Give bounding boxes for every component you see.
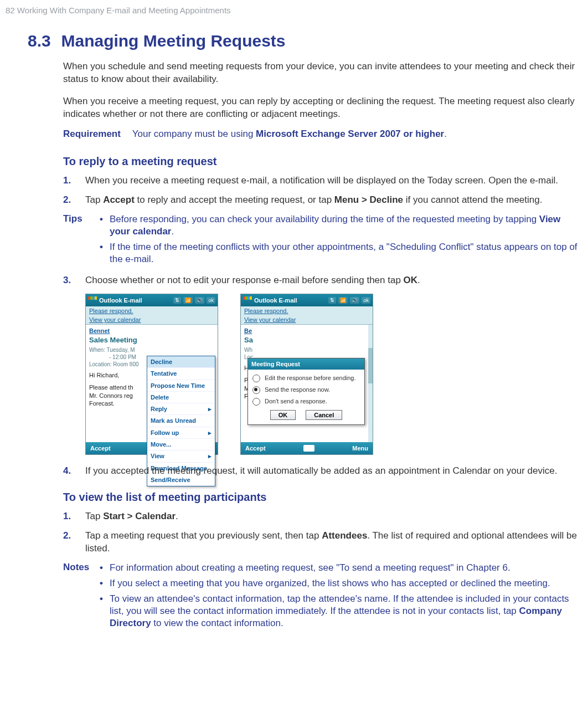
tips-block: Tips Before responding, you can check yo… bbox=[63, 213, 580, 269]
windows-flag-icon bbox=[243, 296, 252, 304]
scrollbar[interactable] bbox=[368, 325, 373, 442]
view-calendar-link[interactable]: View your calendar bbox=[86, 315, 218, 324]
ok-button[interactable]: ok bbox=[207, 297, 215, 304]
section-heading: 8.3 Managing Meeting Requests bbox=[28, 32, 580, 50]
radio-option-dont-send[interactable]: Don't send a response. bbox=[252, 397, 360, 406]
subheading-participants: To view the list of meeting participants bbox=[63, 491, 580, 504]
radio-option-send-now[interactable]: Send the response now. bbox=[252, 386, 360, 394]
part-step-1: 1. Tap Start > Calendar. bbox=[85, 510, 578, 523]
scrollbar-thumb[interactable] bbox=[368, 348, 373, 383]
mail-from[interactable]: Bennet bbox=[89, 327, 218, 335]
note-item: To view an attendee's contact informatio… bbox=[99, 593, 580, 629]
window-title: Outlook E-mail bbox=[254, 297, 328, 304]
tips-label: Tips bbox=[63, 213, 99, 269]
titlebar-icons: ⇅ 📶 🔊 ok bbox=[328, 297, 370, 304]
mail-respond-bar: Please respond. View your calendar bbox=[86, 306, 218, 325]
signal-icon[interactable]: 📶 bbox=[183, 297, 193, 304]
mail-from[interactable]: Be bbox=[244, 327, 373, 335]
mail-content: Bennet Sales Meeting When: Tuesday, M - … bbox=[86, 325, 218, 442]
intro-paragraph-1: When you schedule and send meeting reque… bbox=[63, 60, 580, 86]
mail-content: Be Sa Wh Loc Hi Please attend the meetin… bbox=[241, 325, 373, 442]
step-number: 2. bbox=[63, 530, 71, 542]
menu-follow-up[interactable]: Follow up bbox=[147, 427, 215, 439]
tips-list: Before responding, you can check your av… bbox=[99, 213, 580, 269]
mail-subject: Sa bbox=[244, 336, 373, 345]
note-item: If you select a meeting that you have or… bbox=[99, 577, 580, 590]
screenshot-row: Outlook E-mail ⇅ 📶 🔊 ok Please respond. … bbox=[85, 294, 580, 455]
meeting-request-dialog: Meeting Request Edit the response before… bbox=[247, 358, 365, 425]
step-2: 2. Tap Accept to reply and accept the me… bbox=[85, 194, 578, 207]
step-3: 3. Choose whether or not to edit your re… bbox=[85, 274, 578, 287]
volume-icon[interactable]: 🔊 bbox=[350, 297, 359, 304]
step-number: 3. bbox=[63, 274, 71, 287]
requirement-label: Requirement bbox=[63, 129, 130, 140]
part-step-2: 2. Tap a meeting request that you previo… bbox=[85, 530, 578, 555]
section-number: 8.3 bbox=[28, 32, 51, 50]
accept-softkey[interactable]: Accept bbox=[90, 445, 111, 452]
menu-softkey[interactable]: Menu bbox=[352, 445, 368, 452]
step-number: 4. bbox=[63, 465, 71, 478]
step-number: 1. bbox=[63, 510, 71, 523]
menu-decline[interactable]: Decline bbox=[147, 356, 215, 368]
titlebar: Outlook E-mail ⇅ 📶 🔊 ok bbox=[241, 294, 373, 306]
menu-move[interactable]: Move... bbox=[147, 439, 215, 450]
view-calendar-link[interactable]: View your calendar bbox=[241, 315, 373, 324]
step-1: 1. When you receive a meeting request e-… bbox=[85, 175, 578, 187]
menu-view[interactable]: View bbox=[147, 450, 215, 462]
step-number: 1. bbox=[63, 175, 71, 187]
menu-reply[interactable]: Reply bbox=[147, 403, 215, 415]
menu-delete[interactable]: Delete bbox=[147, 392, 215, 403]
softkey-bar: Accept Menu bbox=[241, 442, 373, 454]
please-respond-link[interactable]: Please respond. bbox=[86, 306, 218, 315]
requirement-row: Requirement Your company must be using M… bbox=[63, 129, 580, 140]
menu-propose-new-time[interactable]: Propose New Time bbox=[147, 380, 215, 392]
requirement-text: Your company must be using Microsoft Exc… bbox=[132, 129, 447, 140]
please-respond-link[interactable]: Please respond. bbox=[241, 306, 373, 315]
note-item: For information about creating a meeting… bbox=[99, 562, 580, 574]
mail-when: Wh bbox=[244, 346, 373, 354]
radio-option-edit[interactable]: Edit the response before sending. bbox=[252, 374, 360, 382]
windows-flag-icon bbox=[88, 296, 97, 304]
running-header: 82 Working With Company E-mail and Meeti… bbox=[6, 6, 582, 15]
ok-button[interactable]: ok bbox=[362, 297, 370, 304]
notes-block: Notes For information about creating a m… bbox=[63, 562, 580, 633]
step-number: 2. bbox=[63, 194, 71, 207]
titlebar: Outlook E-mail ⇅ 📶 🔊 ok bbox=[86, 294, 218, 306]
ok-button[interactable]: OK bbox=[270, 410, 296, 420]
tip-item: If the time of the meeting conflicts wit… bbox=[99, 241, 580, 265]
mail-subject: Sales Meeting bbox=[89, 336, 218, 345]
step-4: 4. If you accepted the meeting request, … bbox=[85, 465, 578, 478]
sync-icon[interactable]: ⇅ bbox=[328, 297, 336, 304]
notes-list: For information about creating a meeting… bbox=[99, 562, 580, 633]
menu-tentative[interactable]: Tentative bbox=[147, 368, 215, 380]
volume-icon[interactable]: 🔊 bbox=[195, 297, 204, 304]
mail-when: When: Tuesday, M bbox=[89, 346, 218, 354]
sync-icon[interactable]: ⇅ bbox=[173, 297, 181, 304]
titlebar-icons: ⇅ 📶 🔊 ok bbox=[173, 297, 215, 304]
section-title: Managing Meeting Requests bbox=[61, 32, 285, 50]
mail-respond-bar: Please respond. View your calendar bbox=[241, 306, 373, 325]
menu-mark-unread[interactable]: Mark as Unread bbox=[147, 415, 215, 427]
signal-icon[interactable]: 📶 bbox=[338, 297, 348, 304]
dialog-body: Edit the response before sending. Send t… bbox=[248, 370, 364, 424]
screenshot-outlook-menu: Outlook E-mail ⇅ 📶 🔊 ok Please respond. … bbox=[85, 294, 218, 455]
radio-icon[interactable] bbox=[252, 398, 260, 406]
accept-softkey[interactable]: Accept bbox=[245, 445, 266, 452]
cancel-button[interactable]: Cancel bbox=[306, 410, 342, 420]
radio-icon[interactable] bbox=[252, 375, 260, 382]
intro-paragraph-2: When you receive a meeting request, you … bbox=[63, 95, 580, 121]
radio-icon[interactable] bbox=[252, 386, 260, 394]
notes-label: Notes bbox=[63, 562, 99, 633]
screenshot-outlook-dialog: Outlook E-mail ⇅ 📶 🔊 ok Please respond. … bbox=[240, 294, 373, 455]
tip-item: Before responding, you can check your av… bbox=[99, 213, 580, 238]
window-title: Outlook E-mail bbox=[99, 297, 173, 304]
keyboard-icon[interactable] bbox=[303, 445, 314, 452]
subheading-reply: To reply to a meeting request bbox=[63, 155, 580, 168]
dialog-title: Meeting Request bbox=[248, 358, 364, 370]
